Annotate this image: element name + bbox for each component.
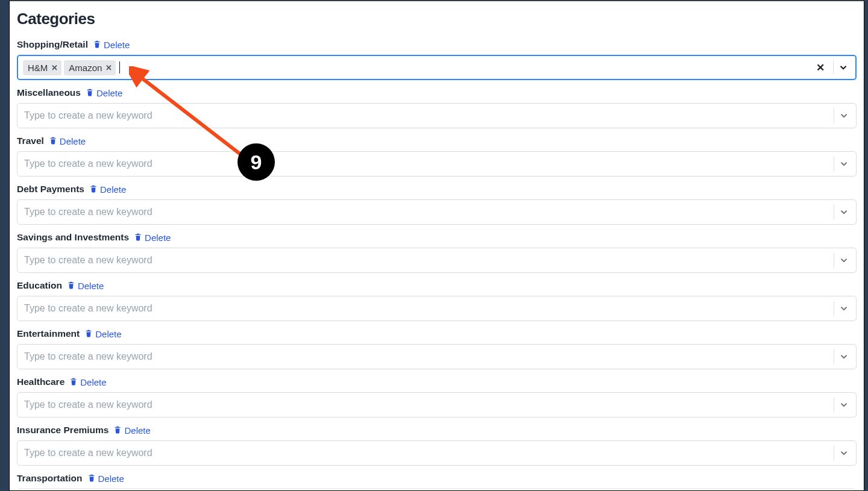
category-name: Entertainment: [17, 328, 80, 339]
category-header: TransportationDelete: [17, 471, 857, 486]
delete-label: Delete: [100, 184, 126, 195]
delete-button[interactable]: Delete: [84, 329, 121, 339]
select-indicators: [824, 248, 856, 272]
delete-label: Delete: [124, 425, 150, 436]
category-savings-and-investments: Savings and InvestmentsDeleteType to cre…: [17, 230, 857, 273]
category-name: Transportation: [17, 473, 83, 484]
category-name: Education: [17, 280, 62, 291]
remove-tag-icon[interactable]: ✕: [105, 64, 112, 72]
category-name: Insurance Premiums: [17, 425, 108, 436]
select-indicators: [824, 200, 856, 224]
delete-button[interactable]: Delete: [69, 377, 106, 387]
categories-modal: Categories Shopping/RetailDeleteH&M✕Amaz…: [9, 0, 864, 491]
keyword-select[interactable]: Type to create a new keyword: [17, 489, 857, 491]
keyword-placeholder: Type to create a new keyword: [22, 158, 153, 169]
keyword-input[interactable]: Type to create a new keyword: [17, 441, 824, 465]
chevron-down-icon[interactable]: [838, 303, 850, 314]
category-name: Travel: [17, 136, 44, 146]
delete-button[interactable]: Delete: [93, 40, 130, 50]
keyword-placeholder: Type to create a new keyword: [22, 255, 153, 266]
keyword-select[interactable]: Type to create a new keyword: [17, 296, 857, 321]
indicator-separator: [834, 398, 834, 412]
keyword-placeholder: Type to create a new keyword: [22, 110, 153, 121]
category-header: EntertainmentDelete: [17, 326, 857, 342]
category-header: TravelDelete: [17, 133, 857, 149]
trash-icon: [84, 329, 93, 339]
keyword-select[interactable]: Type to create a new keyword: [17, 344, 857, 369]
chevron-down-icon[interactable]: [837, 62, 849, 73]
delete-label: Delete: [98, 474, 124, 484]
delete-label: Delete: [80, 377, 106, 387]
indicator-separator: [833, 61, 834, 74]
chevron-down-icon[interactable]: [838, 158, 850, 169]
select-indicators: [824, 104, 856, 128]
delete-button[interactable]: Delete: [134, 233, 171, 243]
category-name: Shopping/Retail: [17, 39, 88, 50]
category-header: EducationDelete: [17, 278, 857, 293]
category-transportation: TransportationDeleteType to create a new…: [17, 471, 857, 491]
keyword-input[interactable]: Type to create a new keyword: [17, 248, 824, 272]
keyword-select[interactable]: Type to create a new keyword: [17, 248, 857, 273]
indicator-separator: [834, 157, 834, 171]
indicator-separator: [834, 446, 834, 460]
keyword-placeholder: Type to create a new keyword: [22, 303, 153, 314]
select-indicators: ✕: [805, 56, 855, 79]
select-indicators: [824, 296, 856, 321]
trash-icon: [67, 281, 75, 291]
indicator-separator: [834, 205, 834, 219]
delete-button[interactable]: Delete: [49, 136, 86, 146]
keyword-select[interactable]: Type to create a new keyword: [17, 199, 857, 225]
keyword-input[interactable]: H&M✕Amazon✕: [18, 56, 805, 79]
keyword-select[interactable]: Type to create a new keyword: [17, 440, 857, 466]
category-header: Savings and InvestmentsDelete: [17, 230, 857, 245]
keyword-select[interactable]: Type to create a new keyword: [17, 392, 857, 418]
delete-label: Delete: [95, 329, 121, 339]
category-education: EducationDeleteType to create a new keyw…: [17, 278, 857, 321]
category-miscellaneous: MiscellaneousDeleteType to create a new …: [17, 85, 857, 128]
delete-button[interactable]: Delete: [87, 474, 124, 484]
keyword-input[interactable]: Type to create a new keyword: [17, 393, 824, 417]
keyword-input[interactable]: Type to create a new keyword: [17, 104, 824, 128]
chevron-down-icon[interactable]: [838, 110, 850, 121]
trash-icon: [89, 184, 98, 195]
keyword-select[interactable]: H&M✕Amazon✕✕: [17, 55, 857, 80]
trash-icon: [134, 233, 142, 243]
delete-button[interactable]: Delete: [67, 281, 104, 291]
keyword-select[interactable]: Type to create a new keyword: [17, 103, 857, 128]
delete-button[interactable]: Delete: [86, 88, 122, 98]
category-shopping-retail: Shopping/RetailDeleteH&M✕Amazon✕✕: [17, 37, 857, 80]
chevron-down-icon[interactable]: [838, 351, 850, 362]
category-header: Insurance PremiumsDelete: [17, 422, 857, 438]
clear-icon[interactable]: ✕: [811, 61, 829, 74]
keyword-placeholder: Type to create a new keyword: [22, 207, 153, 217]
keyword-select[interactable]: Type to create a new keyword: [17, 151, 857, 177]
chevron-down-icon[interactable]: [838, 399, 850, 410]
delete-button[interactable]: Delete: [89, 184, 126, 195]
keyword-input[interactable]: Type to create a new keyword: [17, 345, 824, 369]
indicator-separator: [834, 108, 834, 123]
keyword-input[interactable]: Type to create a new keyword: [17, 200, 824, 224]
select-indicators: [824, 152, 856, 176]
chevron-down-icon[interactable]: [838, 207, 850, 217]
keyword-tag: H&M✕: [23, 60, 61, 75]
chevron-down-icon[interactable]: [838, 255, 850, 266]
delete-label: Delete: [60, 136, 86, 146]
keyword-placeholder: Type to create a new keyword: [22, 351, 153, 362]
category-entertainment: EntertainmentDeleteType to create a new …: [17, 326, 857, 369]
select-indicators: [824, 393, 856, 417]
category-name: Healthcare: [17, 377, 64, 387]
remove-tag-icon[interactable]: ✕: [51, 64, 58, 72]
delete-label: Delete: [78, 281, 104, 291]
categories-list: Shopping/RetailDeleteH&M✕Amazon✕✕Miscell…: [17, 37, 857, 491]
delete-label: Delete: [96, 88, 122, 98]
category-header: Debt PaymentsDelete: [17, 181, 857, 197]
delete-label: Delete: [145, 233, 171, 243]
trash-icon: [49, 136, 57, 146]
keyword-input[interactable]: Type to create a new keyword: [17, 152, 824, 176]
keyword-input[interactable]: Type to create a new keyword: [17, 296, 824, 321]
category-name: Debt Payments: [17, 184, 84, 195]
chevron-down-icon[interactable]: [838, 448, 850, 458]
delete-button[interactable]: Delete: [113, 425, 150, 436]
trash-icon: [69, 377, 78, 387]
text-cursor: [119, 61, 120, 73]
